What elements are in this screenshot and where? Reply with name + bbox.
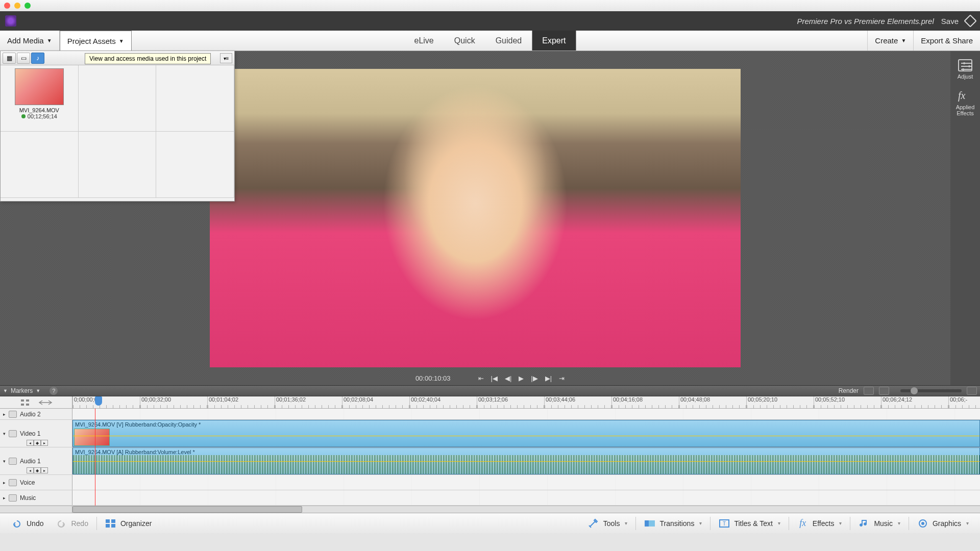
track-content[interactable]: MVI_9264.MOV [A] Rubberband:Volume:Level… [72,447,980,474]
svg-rect-6 [111,524,115,528]
track-label[interactable]: ▾ Audio 1 ◂ ◆ ▸ [0,447,72,474]
mode-expert[interactable]: Expert [532,31,576,51]
track-name: Voice [20,479,35,486]
expand-icon[interactable]: ▸ [3,412,6,417]
track-label[interactable]: ▸ Voice [0,475,72,490]
project-assets-dropdown[interactable]: Project Assets ▼ [60,31,132,51]
audio-clip[interactable]: MVI_9264.MOV [A] Rubberband:Volume:Level… [72,447,980,474]
bottom-bar: Undo Redo Organizer Tools ▾ Transitions … [0,513,980,533]
redo-button[interactable]: Redo [50,518,94,529]
scrollbar-thumb[interactable] [72,506,302,513]
collapse-icon[interactable]: ▾ [3,431,6,436]
track-audio-1: ▾ Audio 1 ◂ ◆ ▸ MVI_9264.MOV [A] Rubberb… [0,447,980,475]
assets-grid: MVI_9264.MOV 00;12;56;14 [1,65,234,198]
titles-label: Titles & Text [734,519,772,528]
adjust-panel-button[interactable]: Adjust [958,59,973,80]
track-ctrl-next[interactable]: ▸ [41,467,48,473]
play-button[interactable]: ▶ [519,374,524,382]
video-preview[interactable] [210,69,741,367]
export-share-button[interactable]: Export & Share [914,31,980,51]
render-button[interactable]: Render [839,387,859,394]
mode-quick[interactable]: Quick [444,31,485,51]
track-label[interactable]: ▸ Audio 2 [0,409,72,419]
svg-point-0 [963,62,965,64]
playhead[interactable] [95,396,102,406]
help-icon[interactable]: ? [50,387,58,395]
track-ctrl-keyframe[interactable]: ◆ [34,440,41,446]
collapse-icon[interactable]: ▾ [3,459,6,464]
ruler-tick: 00;04;16;08 [611,396,679,408]
create-dropdown[interactable]: Create ▼ [867,31,914,51]
tools-button[interactable]: Tools ▾ [582,518,634,529]
filter-all-button[interactable]: ▦ [3,53,16,64]
prev-button[interactable]: |◀ [491,374,498,382]
track-label[interactable]: ▾ Video 1 ◂ ◆ ▸ [0,420,72,447]
close-window-button[interactable] [4,3,10,9]
svg-rect-4 [111,519,115,523]
time-ruler[interactable]: 0;00;00;00 00;00;32;00 00;01;04;02 00;01… [72,396,980,408]
maximize-window-button[interactable] [24,3,31,9]
goto-start-button[interactable]: ⇤ [478,374,484,382]
caret-down-icon[interactable]: ▼ [36,388,40,393]
clip-label: MVI_9264.MOV [V] Rubberband:Opacity:Opac… [73,420,979,429]
next-button[interactable]: ▶| [545,374,552,382]
track-tool-icon[interactable] [38,398,53,407]
markers-label[interactable]: Markers [11,387,33,394]
speaker-icon[interactable] [9,458,17,465]
expand-icon[interactable]: ▸ [3,480,6,485]
caret-down-icon[interactable]: ▼ [3,388,8,393]
track-ctrl-prev[interactable]: ◂ [27,467,34,473]
track-video-1: ▾ Video 1 ◂ ◆ ▸ MVI_9264.MOV [V] Rubberb… [0,420,980,447]
goto-end-button[interactable]: ⇥ [559,374,565,382]
organizer-button[interactable]: Organizer [99,518,158,529]
graphics-button[interactable]: Graphics ▾ [911,518,975,529]
timeline-tracks: ▸ Audio 2 ▾ Video 1 ◂ ◆ ▸ MVI_9264.MOV [… [0,409,980,506]
fit-button[interactable] [864,387,874,395]
titles-text-button[interactable]: T Titles & Text ▾ [713,518,786,529]
asset-name: MVI_9264.MOV [19,107,59,113]
track-content[interactable] [72,475,980,490]
speaker-icon[interactable] [9,411,17,418]
project-assets-label: Project Assets [67,37,116,45]
add-media-dropdown[interactable]: Add Media ▼ [0,31,60,51]
track-ctrl-next[interactable]: ▸ [41,440,48,446]
selection-tool-icon[interactable] [20,398,31,407]
filter-audio-button[interactable]: ♪ [31,53,44,64]
track-ctrl-keyframe[interactable]: ◆ [34,467,41,473]
settings-icon[interactable] [964,14,976,27]
expand-icon[interactable]: ▸ [3,495,6,500]
video-clip[interactable]: MVI_9264.MOV [V] Rubberband:Opacity:Opac… [72,420,980,447]
redo-label: Redo [71,519,88,528]
music-button[interactable]: Music ▾ [852,518,906,529]
timeline-view-button[interactable] [879,387,889,395]
track-ctrl-prev[interactable]: ◂ [27,440,34,446]
track-content[interactable] [72,409,980,419]
organizer-label: Organizer [120,519,152,528]
film-icon[interactable] [9,430,17,437]
timeline-scrollbar[interactable] [0,506,980,513]
effects-button[interactable]: fx Effects ▾ [791,518,848,529]
fullscreen-button[interactable] [967,387,977,395]
svg-rect-8 [649,520,655,527]
save-button[interactable]: Save [941,17,959,26]
filter-video-button[interactable]: ▭ [17,53,30,64]
undo-button[interactable]: Undo [5,518,50,529]
asset-empty-cell [156,65,234,132]
music-icon[interactable] [9,494,17,502]
track-content[interactable] [72,490,980,505]
mode-guided[interactable]: Guided [485,31,532,51]
step-forward-button[interactable]: |▶ [531,374,537,382]
panel-menu-button[interactable]: ▾≡ [220,53,232,63]
asset-item[interactable]: MVI_9264.MOV 00;12;56;14 [1,65,79,132]
minimize-window-button[interactable] [14,3,20,9]
svg-point-1 [968,65,970,67]
track-content[interactable]: MVI_9264.MOV [V] Rubberband:Opacity:Opac… [72,420,980,447]
track-label[interactable]: ▸ Music [0,490,72,505]
ruler-tick: 00;00;32;00 [140,396,207,408]
mode-elive[interactable]: eLive [404,31,444,51]
step-back-button[interactable]: ◀| [505,374,511,382]
applied-effects-button[interactable]: fx Applied Effects [956,90,975,116]
zoom-slider[interactable] [900,389,962,392]
mic-icon[interactable] [9,479,17,486]
transitions-button[interactable]: Transitions ▾ [638,518,708,529]
